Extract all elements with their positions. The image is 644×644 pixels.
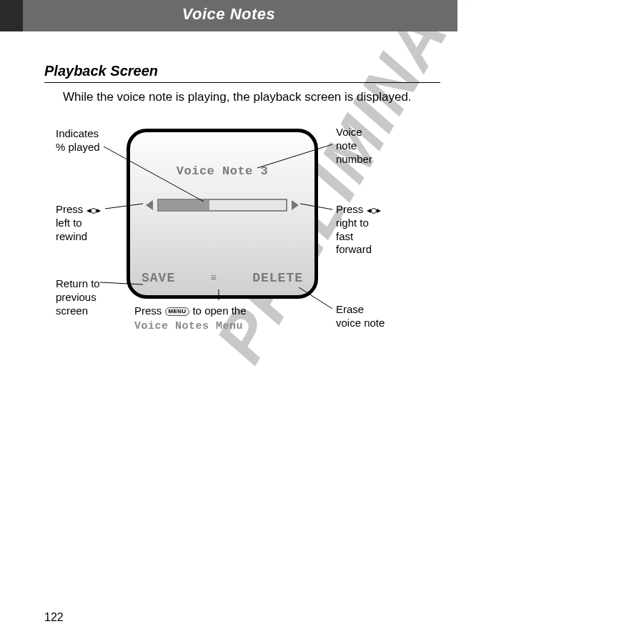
svg-line-1 [257, 144, 332, 168]
page-number: 122 [44, 611, 64, 624]
svg-line-3 [300, 204, 332, 209]
svg-line-5 [299, 287, 332, 309]
svg-line-0 [104, 147, 204, 202]
leader-lines [0, 0, 644, 644]
svg-line-4 [100, 282, 143, 284]
svg-line-2 [105, 204, 143, 209]
